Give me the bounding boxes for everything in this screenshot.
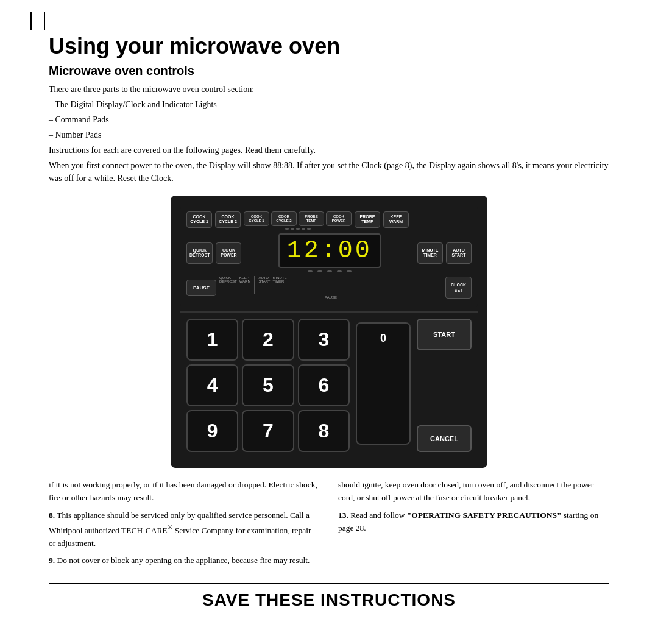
- display-dot: [347, 270, 352, 272]
- pause-btn[interactable]: PAUSE: [186, 280, 216, 296]
- intro-p6: When you first connect power to the oven…: [49, 159, 609, 185]
- section-title: Microwave oven controls: [49, 64, 609, 78]
- pause-center-label: PAUSE: [219, 295, 442, 299]
- intro-p4: – Number Pads: [49, 129, 609, 141]
- save-instructions: SAVE THESE INSTRUCTIONS: [49, 590, 609, 610]
- cancel-btn[interactable]: CANCEL: [417, 425, 472, 452]
- label-minute-timer: MINUTETIMER: [273, 276, 287, 294]
- top-buttons-row: COOKCYCLE 1 COOKCYCLE 2 COOKCYCLE 1 COOK…: [186, 211, 472, 230]
- num-2-btn[interactable]: 2: [242, 319, 294, 361]
- label-auto-start: AUTOSTART: [258, 276, 270, 294]
- pause-inner-labels: QUICKDEFROST KEEPWARM AUTOSTART MINUTETI…: [219, 276, 442, 294]
- numpad-grid: 1 2 3 4 5 6 9 7 8: [186, 319, 350, 452]
- page-mark-2: [44, 12, 45, 30]
- bold-precautions: "OPERATING SAFETY PRECAUTIONS": [407, 511, 562, 520]
- num-6-btn[interactable]: 6: [298, 364, 350, 406]
- middle-row: QUICKDEFROST COOKPOWER 12:00 MINUTETIMER…: [186, 233, 472, 272]
- right-p1: should ignite, keep oven door closed, tu…: [338, 479, 609, 504]
- num-13-label: 13.: [338, 511, 348, 520]
- indicator-dot: [302, 228, 305, 230]
- intro-p2: – The Digital Display/Clock and Indicato…: [49, 98, 609, 111]
- clock-set-btn[interactable]: CLOCKSET: [445, 277, 472, 299]
- display-dot: [327, 270, 332, 272]
- label-keep-warm: KEEPWARM: [239, 276, 251, 294]
- num-4-btn[interactable]: 4: [186, 364, 238, 406]
- left-col: if it is not working properly, or if it …: [49, 479, 320, 572]
- quick-defrost-btn[interactable]: QUICKDEFROST: [186, 242, 213, 264]
- body-text-section: if it is not working properly, or if it …: [49, 479, 609, 572]
- minute-timer-btn[interactable]: MINUTETIMER: [417, 242, 443, 264]
- num-9-label: 9.: [49, 556, 55, 565]
- left-p2: 8. This appliance should be serviced onl…: [49, 509, 320, 550]
- left-p3: 9. Do not cover or block any opening on …: [49, 554, 320, 567]
- keep-warm-btn[interactable]: KEEPWARM: [383, 211, 409, 228]
- num-8-label: 8.: [49, 511, 55, 520]
- cook-cycle-2b-btn[interactable]: COOKCYCLE 2: [271, 211, 297, 226]
- action-buttons: START CANCEL: [417, 319, 472, 452]
- intro-text: There are three parts to the microwave o…: [49, 83, 609, 185]
- num-3-btn[interactable]: 3: [298, 319, 350, 361]
- intro-p5: Instructions for each are covered on the…: [49, 144, 609, 157]
- num-1-btn[interactable]: 1: [186, 319, 238, 361]
- probe-temp-r-btn[interactable]: PROBETEMP: [355, 211, 380, 228]
- indicator-dot: [296, 228, 300, 230]
- display-screen: 12:00: [278, 233, 381, 268]
- bottom-control-row: PAUSE QUICKDEFROST KEEPWARM AUTOSTART MI…: [186, 276, 472, 299]
- cook-cycle-2-btn[interactable]: COOKCYCLE 2: [215, 211, 241, 228]
- separator-line: [49, 583, 609, 584]
- display-dot: [317, 270, 322, 272]
- num-8-btn[interactable]: 7: [242, 410, 294, 452]
- indicator-dot: [307, 228, 311, 230]
- intro-p1: There are three parts to the microwave o…: [49, 83, 609, 96]
- divider: [254, 276, 255, 294]
- auto-start-btn[interactable]: AUTOSTART: [446, 242, 472, 264]
- display-dot: [308, 270, 313, 272]
- num-7-btn[interactable]: 9: [186, 410, 238, 452]
- left-p1: if it is not working properly, or if it …: [49, 479, 320, 504]
- cook-power-btn[interactable]: COOKPOWER: [326, 211, 352, 226]
- control-panel: COOKCYCLE 1 COOKCYCLE 2 COOKCYCLE 1 COOK…: [180, 205, 478, 308]
- start-btn[interactable]: START: [417, 319, 472, 350]
- display-dot: [337, 270, 342, 272]
- microwave-diagram: COOKCYCLE 1 COOKCYCLE 2 COOKCYCLE 1 COOK…: [171, 196, 487, 468]
- cook-power-2-btn[interactable]: COOKPOWER: [216, 242, 241, 264]
- right-col: should ignite, keep oven door closed, tu…: [338, 479, 609, 572]
- num-0-btn[interactable]: 0: [356, 322, 411, 445]
- cook-cycle-1b-btn[interactable]: COOKCYCLE 1: [244, 211, 269, 226]
- cook-cycle-1-btn[interactable]: COOKCYCLE 1: [186, 211, 212, 228]
- label-quick-defrost: QUICKDEFROST: [219, 276, 237, 294]
- main-title: Using your microwave oven: [49, 34, 609, 59]
- intro-p3: – Command Pads: [49, 113, 609, 126]
- indicator-dot: [291, 228, 294, 230]
- page-mark-1: [30, 12, 32, 30]
- pause-group: QUICKDEFROST KEEPWARM AUTOSTART MINUTETI…: [219, 276, 442, 299]
- num-9-btn[interactable]: 8: [298, 410, 350, 452]
- page-marks: [30, 12, 609, 30]
- right-p2: 13. Read and follow "OPERATING SAFETY PR…: [338, 509, 609, 535]
- numpad-area: 1 2 3 4 5 6 9 7 8 0 START CANCEL: [180, 311, 478, 458]
- indicator-dot: [285, 228, 289, 230]
- probe-temp-btn[interactable]: PROBETEMP: [299, 211, 324, 226]
- num-5-btn[interactable]: 5: [242, 364, 294, 406]
